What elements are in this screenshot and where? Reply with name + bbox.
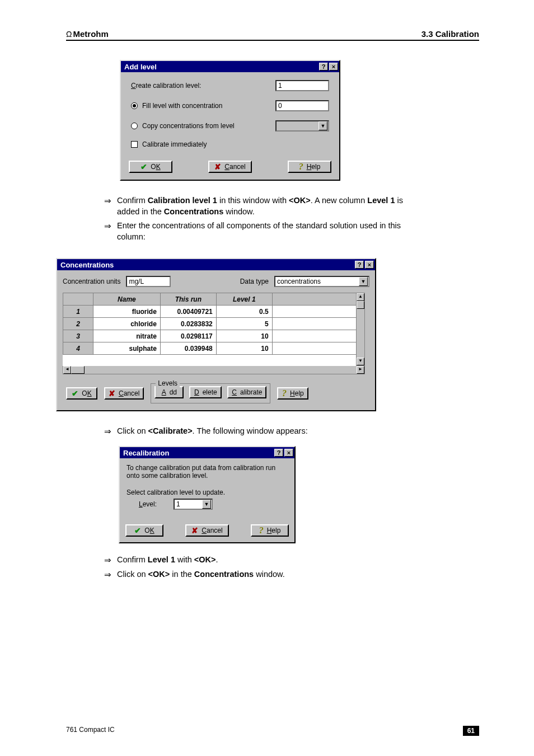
dialog-concentrations: Concentrations ? × Concentration units D… (56, 258, 376, 411)
datatype-combo[interactable]: concentrations▼ (274, 276, 369, 287)
chk-calibrate-immediately[interactable]: Calibrate immediately (131, 140, 207, 148)
delete-button[interactable]: Delete (189, 386, 222, 398)
cancel-button[interactable]: ✘Cancel (208, 161, 252, 173)
section-title: 3.3 Calibration (421, 29, 479, 39)
calibrate-button[interactable]: Calibrate (227, 386, 266, 398)
vertical-scrollbar[interactable]: ▲ ▼ (356, 293, 365, 366)
dialog-title: Recalibration (123, 449, 169, 457)
close-icon[interactable]: × (284, 449, 293, 457)
help-button[interactable]: ?Help (277, 387, 308, 400)
instruction-line: ⇒ Enter the concentrations of all compon… (104, 220, 418, 242)
scroll-thumb[interactable] (71, 366, 85, 374)
close-icon[interactable]: × (365, 261, 374, 269)
dialog-title: Add level (124, 63, 157, 71)
scroll-up-icon[interactable]: ▲ (357, 293, 364, 301)
table-row[interactable]: 1fluoride0.004097210.5 (63, 306, 357, 318)
chevron-down-icon[interactable]: ▼ (202, 500, 211, 509)
dialog-recalibration: Recalibration ? × To change calibration … (119, 446, 296, 543)
ok-button[interactable]: ✔OK (125, 524, 163, 537)
create-level-label: Create calibration level: (131, 82, 275, 90)
add-button[interactable]: Add (154, 386, 184, 398)
help-button[interactable]: ?Help (251, 524, 289, 537)
x-icon: ✘ (214, 163, 221, 171)
horizontal-scrollbar[interactable]: ◄ ► (63, 365, 365, 374)
chevron-down-icon[interactable]: ▼ (359, 277, 368, 286)
concentrations-table: Name This run Level 1 1fluoride0.0040972… (63, 293, 356, 366)
datatype-label: Data type (240, 278, 269, 285)
recal-message: To change calibration put data from cali… (127, 464, 288, 480)
title-help-icon[interactable]: ? (355, 261, 364, 269)
fill-value-input[interactable] (275, 100, 329, 111)
dialog-add-level: Add level ? × Create calibration level: … (120, 60, 340, 181)
ok-button[interactable]: ✔OK (66, 387, 97, 400)
question-icon: ? (299, 162, 303, 171)
page-number: 61 (463, 726, 479, 736)
table-row[interactable]: 2chloride0.02838325 (63, 318, 357, 330)
table-row[interactable]: 3nitrate0.029811710 (63, 330, 357, 342)
scroll-left-icon[interactable]: ◄ (63, 366, 71, 374)
scroll-right-icon[interactable]: ► (357, 366, 364, 374)
footer-product: 761 Compact IC (66, 726, 115, 736)
chevron-down-icon[interactable]: ▼ (318, 121, 327, 130)
help-button[interactable]: ?Help (288, 161, 331, 173)
check-icon: ✔ (134, 527, 141, 534)
close-icon[interactable]: × (329, 63, 338, 71)
x-icon: ✘ (191, 527, 198, 534)
instruction-line: ⇒ Click on <OK> in the Concentrations wi… (104, 569, 418, 580)
radio-copy-level[interactable]: Copy concentrations from level (131, 122, 275, 130)
dialog-title: Concentrations (60, 261, 114, 269)
radio-fill-concentration[interactable]: Fill level with concentration (131, 102, 275, 110)
instruction-line: ⇒ Confirm Level 1 with <OK>. (104, 555, 418, 566)
units-label: Concentration units (63, 278, 120, 285)
ok-button[interactable]: ✔OK (129, 161, 172, 173)
question-icon: ? (282, 389, 287, 398)
scroll-thumb[interactable] (357, 301, 364, 309)
table-row[interactable]: 4sulphate0.03994810 (63, 342, 357, 355)
recal-select-label: Select calibration level to update. (127, 489, 288, 496)
create-level-input[interactable] (275, 80, 329, 91)
level-label: Level: (139, 500, 157, 508)
instruction-line: ⇒ Confirm Calibration level 1 in this wi… (104, 195, 418, 217)
title-help-icon[interactable]: ? (274, 449, 283, 457)
level-combo[interactable]: 1▼ (174, 499, 213, 510)
cancel-button[interactable]: ✘Cancel (185, 524, 229, 537)
units-input[interactable] (126, 276, 171, 287)
instruction-line: ⇒ Click on <Calibrate>. The following wi… (104, 426, 418, 437)
brand: ΩMetrohm (66, 29, 109, 39)
cancel-button[interactable]: ✘Cancel (104, 387, 144, 400)
check-icon: ✔ (140, 163, 147, 171)
title-help-icon[interactable]: ? (319, 63, 328, 71)
question-icon: ? (259, 526, 264, 535)
check-icon: ✔ (72, 389, 78, 397)
scroll-down-icon[interactable]: ▼ (357, 358, 364, 365)
copy-level-combo[interactable]: ▼ (275, 120, 329, 132)
x-icon: ✘ (109, 389, 115, 397)
levels-group: Levels Add Delete Calibrate (151, 383, 270, 403)
